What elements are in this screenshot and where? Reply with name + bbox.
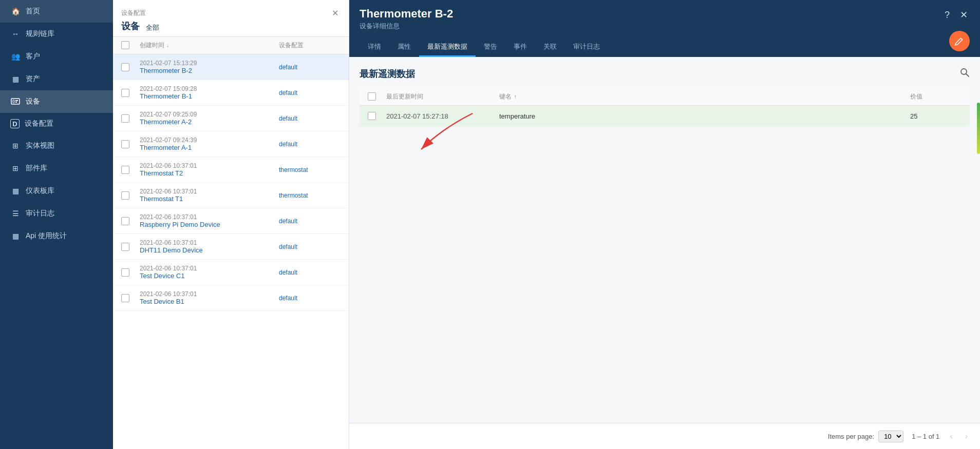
assets-icon: ▦ — [10, 74, 21, 84]
row-checkbox[interactable] — [121, 243, 129, 251]
tab-relations[interactable]: 关联 — [535, 38, 565, 57]
table-row[interactable]: 2021-02-07 15:13:29 Thermometer B-2 defa… — [113, 54, 349, 80]
telemetry-row-checkbox[interactable] — [368, 112, 376, 120]
table-row[interactable]: 2021-02-06 10:37:01 DHT11 Demo Device de… — [113, 234, 349, 260]
sidebar-item-devices[interactable]: 设备 — [0, 90, 113, 113]
edit-fab-button[interactable] — [949, 31, 970, 51]
row-checkbox[interactable] — [121, 268, 129, 277]
device-config[interactable]: default — [279, 269, 341, 276]
telemetry-table-row[interactable]: 2021-02-07 15:27:18 temperature 25 — [360, 106, 970, 127]
table-row[interactable]: 2021-02-06 10:37:01 Test Device B1 defau… — [113, 285, 349, 311]
sidebar-item-audit[interactable]: ☰ 审计日志 — [0, 202, 113, 225]
device-config[interactable]: default — [279, 141, 341, 148]
tab-telemetry[interactable]: 最新遥测数据 — [419, 38, 476, 57]
device-name[interactable]: Test Device B1 — [140, 298, 279, 305]
detail-panel: Thermometer B-2 设备详细信息 ? ✕ 详情 属性 最新遥测数据 … — [349, 0, 980, 449]
table-row[interactable]: 2021-02-07 15:09:28 Thermometer B-1 defa… — [113, 80, 349, 106]
svg-point-4 — [961, 69, 967, 74]
detail-tabs: 详情 属性 最新遥测数据 警告 事件 关联 审计日志 — [360, 38, 970, 57]
device-date: 2021-02-06 10:37:01 — [140, 188, 279, 195]
device-name[interactable]: Raspberry Pi Demo Device — [140, 221, 279, 228]
last-updated-col-header: 最后更新时间 — [386, 92, 499, 101]
device-config[interactable]: thermostat — [279, 166, 341, 173]
device-date: 2021-02-07 15:09:28 — [140, 85, 279, 92]
table-row[interactable]: 2021-02-07 09:24:39 Thermometer A-1 defa… — [113, 131, 349, 157]
tab-details[interactable]: 详情 — [360, 38, 389, 57]
device-date: 2021-02-07 09:25:09 — [140, 111, 279, 118]
sidebar-item-home[interactable]: 🏠 首页 — [0, 0, 113, 23]
sidebar-item-api[interactable]: ▦ Api 使用统计 — [0, 225, 113, 247]
tab-events[interactable]: 事件 — [505, 38, 535, 57]
table-row[interactable]: 2021-02-06 10:37:01 Thermostat T1 thermo… — [113, 183, 349, 208]
device-config[interactable]: default — [279, 64, 341, 71]
table-row[interactable]: 2021-02-07 09:25:09 Thermometer A-2 defa… — [113, 106, 349, 131]
value-col-header: 价值 — [910, 92, 962, 101]
tab-audit-log[interactable]: 审计日志 — [565, 38, 608, 57]
device-name[interactable]: Thermometer B-1 — [140, 92, 279, 100]
sidebar-item-device-config[interactable]: D 设备配置 — [0, 113, 113, 134]
row-checkbox[interactable] — [121, 294, 129, 302]
audit-icon: ☰ — [10, 208, 21, 219]
device-date: 2021-02-06 10:37:01 — [140, 290, 279, 298]
prev-page-button[interactable]: ‹ — [948, 430, 954, 443]
device-config[interactable]: default — [279, 218, 341, 225]
sidebar: 🏠 首页 ↔ 规则链库 👥 客户 ▦ 资产 设备 D 设备配置 ⊞ 实体视图 ⊞ — [0, 0, 113, 449]
device-name[interactable]: Thermometer B-2 — [140, 67, 279, 74]
close-filter-button[interactable]: ✕ — [330, 8, 341, 18]
device-name[interactable]: Thermometer A-2 — [140, 118, 279, 126]
rules-icon: ↔ — [10, 29, 21, 39]
device-name[interactable]: Thermometer A-1 — [140, 144, 279, 151]
device-config[interactable]: thermostat — [279, 192, 341, 199]
table-row[interactable]: 2021-02-06 10:37:01 Thermostat T2 thermo… — [113, 157, 349, 183]
detail-body: 最新遥测数据 最后更新时间 键名 ↑ — [349, 57, 980, 449]
table-row[interactable]: 2021-02-06 10:37:01 Test Device C1 defau… — [113, 260, 349, 285]
device-name[interactable]: Thermostat T2 — [140, 169, 279, 177]
key-col-header[interactable]: 键名 ↑ — [499, 92, 910, 101]
telemetry-select-all[interactable] — [368, 92, 376, 101]
config-label: 设备配置 — [121, 9, 146, 17]
row-checkbox[interactable] — [121, 63, 129, 71]
detail-title: Thermometer B-2 — [360, 7, 453, 21]
row-checkbox[interactable] — [121, 140, 129, 148]
sidebar-item-widgets[interactable]: ⊞ 部件库 — [0, 157, 113, 180]
created-column-header[interactable]: 创建时间 ↓ — [140, 41, 279, 50]
device-date: 2021-02-07 09:24:39 — [140, 136, 279, 144]
telemetry-search-button[interactable] — [959, 67, 970, 80]
tab-alarms[interactable]: 警告 — [476, 38, 505, 57]
help-button[interactable]: ? — [943, 8, 952, 23]
row-checkbox[interactable] — [121, 114, 129, 123]
sidebar-item-entity-view[interactable]: ⊞ 实体视图 — [0, 134, 113, 157]
sidebar-label-rules: 规则链库 — [26, 29, 54, 38]
device-config[interactable]: default — [279, 89, 341, 96]
filter-value: 全部 — [146, 23, 159, 32]
per-page-select[interactable]: 10 25 50 — [878, 431, 903, 442]
device-config[interactable]: default — [279, 115, 341, 122]
device-date: 2021-02-06 10:37:01 — [140, 162, 279, 169]
items-per-page: Items per page: 10 25 50 — [828, 431, 903, 442]
row-checkbox[interactable] — [121, 89, 129, 97]
sidebar-label-dashboards: 仪表板库 — [26, 186, 54, 196]
device-name[interactable]: Test Device C1 — [140, 272, 279, 280]
sidebar-label-assets: 资产 — [26, 74, 40, 84]
sidebar-item-dashboards[interactable]: ▦ 仪表板库 — [0, 180, 113, 202]
api-icon: ▦ — [10, 231, 21, 241]
key-sort-arrow-icon: ↑ — [514, 93, 517, 101]
select-all-checkbox[interactable] — [121, 41, 129, 49]
tab-attributes[interactable]: 属性 — [389, 38, 419, 57]
table-row[interactable]: 2021-02-06 10:37:01 Raspberry Pi Demo De… — [113, 208, 349, 234]
device-config[interactable]: default — [279, 295, 341, 302]
device-name[interactable]: Thermostat T1 — [140, 195, 279, 203]
sidebar-item-assets[interactable]: ▦ 资产 — [0, 68, 113, 90]
sidebar-item-rules[interactable]: ↔ 规则链库 — [0, 23, 113, 45]
close-detail-button[interactable]: ✕ — [958, 7, 970, 23]
device-config[interactable]: default — [279, 243, 341, 250]
row-checkbox[interactable] — [121, 191, 129, 200]
sidebar-item-customers[interactable]: 👥 客户 — [0, 45, 113, 68]
row-checkbox[interactable] — [121, 217, 129, 225]
page-info: 1 – 1 of 1 — [912, 433, 939, 440]
config-column-header[interactable]: 设备配置 — [279, 41, 341, 50]
row-checkbox[interactable] — [121, 166, 129, 174]
sidebar-label-device-config: 设备配置 — [25, 119, 53, 128]
next-page-button[interactable]: › — [963, 430, 970, 443]
device-name[interactable]: DHT11 Demo Device — [140, 246, 279, 254]
